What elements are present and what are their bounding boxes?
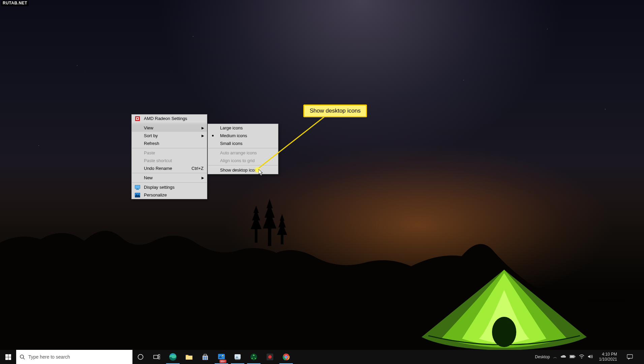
amd-icon <box>134 116 141 122</box>
recycle-icon <box>250 353 257 361</box>
tray-desktop-label[interactable]: Desktop <box>535 355 550 359</box>
task-view-button[interactable] <box>149 350 165 364</box>
submenu-arrow-icon: ▶ <box>202 134 204 138</box>
svg-rect-12 <box>135 196 140 197</box>
menu-item-label: Small icons <box>220 141 242 146</box>
taskbar-app-camtasia[interactable] <box>262 350 278 364</box>
menu-refresh[interactable]: Refresh <box>132 140 207 147</box>
taskbar-search[interactable]: Type here to search <box>16 350 132 364</box>
svg-rect-50 <box>627 355 633 358</box>
menu-amd-radeon[interactable]: AMD Radeon Settings <box>132 115 207 122</box>
svg-rect-22 <box>154 355 158 359</box>
badge: 99+ <box>219 360 226 363</box>
camtasia-icon <box>267 354 273 360</box>
keyboard-shortcut: Ctrl+Z <box>191 166 204 171</box>
menu-undo-rename[interactable]: Undo Rename Ctrl+Z <box>132 164 207 172</box>
store-icon <box>202 354 209 360</box>
taskbar-app-store[interactable] <box>197 350 213 364</box>
menu-item-label: Personalize <box>144 192 167 198</box>
paint3d-icon <box>234 353 241 361</box>
taskbar: Type here to search 99+ <box>0 350 644 364</box>
submenu-auto-arrange[interactable]: Auto arrange icons <box>208 149 278 157</box>
svg-rect-18 <box>8 357 11 360</box>
cortana-icon <box>137 354 144 360</box>
svg-rect-17 <box>5 357 8 360</box>
tray-overflow-button[interactable]: ︿ <box>553 355 557 360</box>
tray-onedrive-icon[interactable] <box>560 355 566 360</box>
menu-item-label: Sort by <box>144 133 158 138</box>
svg-rect-26 <box>186 356 192 360</box>
taskbar-app-chrome[interactable] <box>278 350 294 364</box>
watermark: RUTAB.NET <box>1 1 29 6</box>
svg-marker-49 <box>588 355 590 358</box>
tray-volume-icon[interactable] <box>588 354 593 360</box>
menu-item-label: Undo Rename <box>144 166 172 171</box>
menu-paste: Paste <box>132 149 207 157</box>
selected-bullet-icon <box>212 135 214 136</box>
menu-item-label: Paste shortcut <box>144 158 172 163</box>
file-explorer-icon <box>185 354 193 360</box>
taskbar-app-recycle[interactable] <box>246 350 262 364</box>
menu-new[interactable]: New ▶ <box>132 174 207 182</box>
task-view-icon <box>153 354 160 360</box>
action-center-button[interactable] <box>623 354 637 360</box>
notification-icon <box>627 354 633 360</box>
submenu-arrow-icon: ▶ <box>202 126 204 130</box>
view-submenu: Large icons Medium icons Small icons Aut… <box>208 124 278 174</box>
menu-item-label: Show desktop icons <box>220 168 259 173</box>
submenu-small-icons[interactable]: Small icons <box>208 140 278 147</box>
svg-rect-31 <box>204 358 205 360</box>
svg-rect-15 <box>5 354 8 357</box>
svg-rect-27 <box>203 356 208 360</box>
svg-point-44 <box>285 356 287 358</box>
svg-rect-33 <box>218 354 225 359</box>
callout-text: Show desktop icons <box>310 108 361 114</box>
tray-power-icon[interactable] <box>570 355 576 360</box>
taskbar-app-paint3d[interactable] <box>229 350 246 364</box>
personalize-icon <box>134 192 141 198</box>
windows-logo-icon <box>5 354 11 360</box>
svg-rect-47 <box>575 356 575 357</box>
svg-point-19 <box>20 355 24 358</box>
menu-view[interactable]: View ▶ <box>132 124 207 132</box>
clock-date: 1/10/2021 <box>599 357 617 362</box>
svg-point-0 <box>492 317 516 347</box>
cortana-button[interactable] <box>132 350 149 364</box>
svg-rect-46 <box>570 356 574 358</box>
menu-personalize[interactable]: Personalize <box>132 191 207 199</box>
svg-rect-28 <box>204 354 207 356</box>
menu-sort-by[interactable]: Sort by ▶ <box>132 132 207 140</box>
taskbar-clock[interactable]: 4:10 PM 1/10/2021 <box>596 352 620 362</box>
desktop-wallpaper[interactable] <box>0 0 644 364</box>
search-placeholder: Type here to search <box>28 354 70 360</box>
tray-wifi-icon[interactable] <box>579 354 584 360</box>
submenu-arrow-icon: ▶ <box>202 176 204 180</box>
svg-rect-29 <box>204 357 205 358</box>
taskbar-app-edge[interactable] <box>165 350 181 364</box>
svg-rect-3 <box>137 118 138 119</box>
annotation-callout: Show desktop icons <box>303 104 367 117</box>
submenu-show-desktop-icons[interactable]: Show desktop icons <box>208 166 278 174</box>
taskbar-app-photos[interactable]: 99+ <box>213 350 229 364</box>
svg-marker-51 <box>628 358 630 359</box>
tent <box>422 270 587 351</box>
desktop-context-menu: AMD Radeon Settings View ▶ Sort by ▶ Ref… <box>131 114 207 199</box>
search-icon <box>16 354 28 360</box>
svg-rect-30 <box>206 357 207 358</box>
submenu-align-grid[interactable]: Align icons to grid <box>208 157 278 164</box>
menu-display-settings[interactable]: Display settings <box>132 183 207 191</box>
menu-item-label: Refresh <box>144 141 159 146</box>
svg-point-48 <box>581 357 582 358</box>
start-button[interactable] <box>0 350 16 364</box>
menu-item-label: Large icons <box>220 125 243 130</box>
svg-rect-32 <box>206 358 207 360</box>
menu-paste-shortcut: Paste shortcut <box>132 157 207 164</box>
svg-rect-38 <box>235 359 240 360</box>
submenu-large-icons[interactable]: Large icons <box>208 124 278 132</box>
menu-item-label: View <box>144 125 153 130</box>
svg-rect-6 <box>136 189 139 189</box>
svg-rect-16 <box>8 354 11 357</box>
submenu-medium-icons[interactable]: Medium icons <box>208 132 278 140</box>
display-settings-icon <box>134 184 141 190</box>
taskbar-app-explorer[interactable] <box>181 350 197 364</box>
